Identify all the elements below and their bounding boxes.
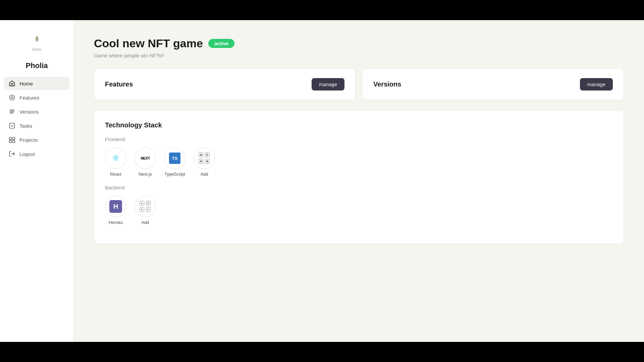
logout-label: Logout	[19, 151, 35, 157]
versions-card-title: Versions	[373, 80, 401, 88]
add-frontend-tech-item[interactable]: ■ + ■ ■ Add	[194, 147, 215, 177]
add-backend-icon: ■ + ■ ■	[140, 201, 151, 212]
sidebar-item-versions[interactable]: Versions	[4, 105, 69, 118]
frontend-section: Frontend	[105, 136, 613, 177]
typescript-label: TypeScript	[164, 172, 185, 177]
typescript-tech-item[interactable]: TS TypeScript	[164, 147, 185, 177]
page-title: Cool new NFT game	[94, 37, 203, 50]
heroku-icon: H	[109, 200, 122, 213]
react-svg	[112, 155, 119, 161]
typescript-circle: TS	[164, 147, 185, 169]
logo-icon	[29, 30, 45, 47]
versions-manage-button[interactable]: manage	[580, 78, 613, 90]
frontend-label: Frontend	[105, 136, 613, 142]
nextjs-label: Next.js	[139, 172, 152, 177]
svg-rect-10	[9, 137, 12, 140]
main-content: Cool new NFT game active Game where peop…	[74, 20, 644, 342]
bottom-bar	[0, 342, 644, 362]
cards-row: Features manage Versions manage	[94, 68, 624, 100]
sidebar-item-features[interactable]: Features	[4, 91, 69, 104]
nextjs-circle: NEXT	[135, 147, 156, 169]
status-badge: active	[208, 39, 235, 48]
features-card-title: Features	[105, 80, 133, 88]
backend-label: Backend	[105, 185, 613, 190]
home-icon	[9, 80, 15, 87]
tasks-icon	[9, 122, 15, 129]
svg-point-3	[10, 95, 15, 100]
page-header: Cool new NFT game active	[94, 37, 624, 50]
svg-rect-9	[10, 123, 15, 128]
heroku-label: Heroku	[109, 220, 123, 225]
sidebar-item-home[interactable]: Home	[4, 77, 69, 90]
backend-grid: H Heroku ■ + ■ ■	[105, 196, 613, 225]
projects-label: Projects	[19, 137, 38, 143]
logout-icon	[9, 150, 15, 157]
sidebar: pholia Pholia Home	[0, 20, 74, 342]
add-backend-circle: ■ + ■ ■	[135, 196, 156, 217]
features-icon	[9, 94, 15, 101]
react-label: React	[110, 172, 121, 177]
svg-rect-11	[13, 137, 15, 140]
typescript-icon: TS	[169, 153, 180, 164]
nextjs-icon: NEXT	[141, 156, 150, 160]
svg-point-18	[115, 158, 116, 159]
sidebar-nav: Home Features	[0, 77, 73, 161]
features-manage-button[interactable]: manage	[312, 78, 344, 90]
add-backend-label: Add	[141, 220, 149, 225]
tasks-label: Tasks	[19, 123, 32, 129]
add-frontend-icon: ■ + ■ ■	[199, 153, 210, 164]
svg-rect-12	[9, 140, 12, 143]
heroku-circle: H	[105, 196, 126, 217]
react-icon	[112, 153, 119, 164]
add-backend-tech-item[interactable]: ■ + ■ ■ Add	[135, 196, 156, 225]
brand-name: Pholia	[0, 58, 73, 77]
logo-area: pholia	[0, 27, 73, 58]
projects-icon	[9, 136, 15, 143]
top-bar	[0, 0, 644, 20]
sidebar-item-logout[interactable]: Logout	[4, 147, 69, 161]
versions-label: Versions	[19, 109, 39, 115]
page-subtitle: Game where people win NFTs!!	[94, 53, 624, 58]
versions-card: Versions manage	[362, 68, 624, 100]
features-label: Features	[19, 95, 39, 101]
svg-point-4	[11, 97, 13, 99]
tech-stack-title: Technology Stack	[105, 121, 613, 129]
backend-section: Backend H Heroku	[105, 185, 613, 225]
frontend-grid: React NEXT Next.js TS	[105, 147, 613, 177]
logo-text: pholia	[32, 48, 41, 51]
add-frontend-circle: ■ + ■ ■	[194, 147, 215, 169]
react-tech-item[interactable]: React	[105, 147, 126, 177]
react-circle	[105, 147, 126, 169]
add-frontend-label: Add	[200, 172, 208, 177]
features-card: Features manage	[94, 68, 356, 100]
versions-icon	[9, 108, 15, 115]
home-label: Home	[19, 81, 33, 86]
leaf-icon	[34, 35, 40, 42]
tech-stack-section: Technology Stack Frontend	[94, 110, 624, 244]
sidebar-item-projects[interactable]: Projects	[4, 133, 69, 146]
sidebar-item-tasks[interactable]: Tasks	[4, 119, 69, 132]
svg-rect-13	[13, 140, 15, 143]
nextjs-tech-item[interactable]: NEXT Next.js	[135, 147, 156, 177]
heroku-tech-item[interactable]: H Heroku	[105, 196, 126, 225]
